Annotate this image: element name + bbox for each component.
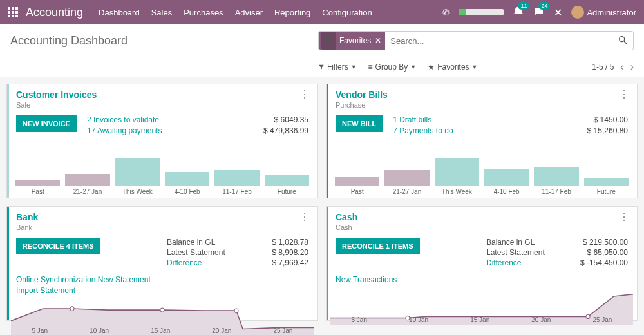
link-difference[interactable]: Difference (167, 258, 202, 267)
phone-icon[interactable]: ✆ (442, 8, 450, 17)
card-stripe (7, 207, 9, 320)
link-difference[interactable]: Difference (486, 258, 521, 267)
mail-badge: 11 (518, 2, 529, 10)
link-invoices-to-validate[interactable]: 2 Invoices to validate (87, 115, 162, 124)
card-subtitle: Purchase (336, 101, 388, 109)
stat-value: $ 8,998.20 (272, 248, 308, 257)
app-name[interactable]: Accounting (26, 6, 83, 19)
menu-reporting[interactable]: Reporting (274, 8, 310, 17)
user-name: Administrator (587, 8, 636, 17)
main-menu: Dashboard Sales Purchases Adviser Report… (99, 8, 372, 17)
card-vendor-bills: Vendor Bills Purchase ⋮ NEW BILL 1 Draft… (326, 84, 638, 198)
search-box[interactable]: Favorites ✕ (318, 31, 634, 50)
svg-line-1 (624, 41, 627, 44)
search-input[interactable] (385, 36, 612, 46)
new-invoice-button[interactable]: NEW INVOICE (16, 115, 77, 132)
bar-chart: Past21-27 JanThis Week4-10 Feb11-17 FebF… (327, 141, 637, 198)
link-new-transactions[interactable]: New Transactions (336, 275, 628, 284)
card-title[interactable]: Bank (16, 212, 38, 222)
menu-adviser[interactable]: Adviser (235, 8, 263, 17)
svg-point-4 (234, 309, 238, 312)
toolbar: Filters▼ ≡Group By▼ ★Favorites▼ 1-5 / 5 … (0, 57, 644, 77)
card-stripe (327, 207, 328, 320)
user-menu[interactable]: Administrator (571, 6, 636, 19)
menu-purchases[interactable]: Purchases (184, 8, 223, 17)
svg-point-2 (70, 307, 74, 311)
chat-badge: 24 (538, 2, 550, 10)
card-title[interactable]: Customer Invoices (16, 90, 97, 100)
facet-remove-icon[interactable]: ✕ (371, 36, 385, 45)
facet-label: Favorites (339, 36, 371, 45)
menu-sales[interactable]: Sales (151, 8, 173, 17)
topbar: Accounting Dashboard Sales Purchases Adv… (0, 0, 644, 24)
kebab-icon[interactable]: ⋮ (299, 90, 310, 100)
svg-point-3 (160, 308, 164, 312)
card-subtitle: Cash (336, 224, 357, 231)
page-title: Accounting Dashboard (10, 34, 128, 48)
pager-count: 1-5 / 5 (592, 62, 614, 72)
amount: $ 15,260.80 (587, 126, 628, 135)
card-bank: Bank Bank ⋮ RECONCILE 4 ITEMS Balance in… (6, 206, 318, 321)
stat-label: Latest Statement (486, 248, 545, 257)
menu-configuration[interactable]: Configuration (322, 8, 372, 17)
progress-bar[interactable] (459, 9, 504, 15)
avatar (571, 6, 584, 19)
link-import-statement[interactable]: Import Statement (16, 286, 308, 295)
close-icon[interactable]: ✕ (554, 6, 562, 19)
card-title[interactable]: Vendor Bills (336, 90, 388, 100)
pager-prev[interactable]: ‹ (620, 61, 623, 73)
apps-icon[interactable] (8, 7, 18, 17)
svg-point-0 (620, 36, 625, 41)
amount: $ 479,836.99 (263, 126, 308, 135)
amount: $ 6049.35 (263, 115, 308, 124)
link-payments-to-do[interactable]: 7 Payments to do (393, 126, 453, 135)
bar-chart: Past21-27 JanThis Week4-10 Feb11-17 FebF… (7, 141, 317, 198)
reconcile-button[interactable]: RECONCILE 4 ITEMS (16, 238, 100, 254)
dashboard: Customer Invoices Sale ⋮ NEW INVOICE 2 I… (0, 77, 644, 327)
menu-dashboard[interactable]: Dashboard (99, 8, 140, 17)
kebab-icon[interactable]: ⋮ (619, 212, 629, 222)
favorites-dropdown[interactable]: ★Favorites▼ (428, 62, 477, 72)
kebab-icon[interactable]: ⋮ (299, 212, 310, 222)
card-customer-invoices: Customer Invoices Sale ⋮ NEW INVOICE 2 I… (6, 84, 318, 198)
stat-value: $ 219,500.00 (583, 238, 628, 247)
stat-value: $ 1,028.78 (272, 238, 308, 247)
card-title[interactable]: Cash (336, 212, 357, 222)
subheader: Accounting Dashboard Favorites ✕ (0, 24, 644, 57)
pager: 1-5 / 5 ‹ › (592, 61, 634, 73)
line-chart: 5 Jan10 Jan15 Jan20 Jan25 Jan (11, 295, 314, 335)
pager-next[interactable]: › (630, 61, 634, 73)
stat-value: $ 65,050.00 (587, 248, 628, 257)
stat-value: $ -154,450.00 (580, 258, 628, 267)
reconcile-button[interactable]: RECONCILE 1 ITEMS (336, 238, 420, 254)
line-chart: 5 Jan10 Jan15 Jan20 Jan25 Jan (330, 284, 633, 325)
search-icon[interactable] (612, 35, 633, 47)
card-subtitle: Sale (16, 101, 97, 109)
funnel-icon (321, 32, 336, 50)
card-cash: Cash Cash ⋮ RECONCILE 1 ITEMS Balance in… (326, 206, 638, 321)
mail-icon[interactable]: 11 (513, 6, 524, 19)
search-facet: Favorites ✕ (319, 32, 385, 50)
amount: $ 1450.00 (587, 115, 628, 124)
stat-label: Balance in GL (486, 238, 535, 247)
kebab-icon[interactable]: ⋮ (619, 90, 629, 100)
filters-dropdown[interactable]: Filters▼ (318, 62, 357, 72)
stat-value: $ 7,969.42 (272, 258, 308, 267)
stat-label: Latest Statement (167, 248, 225, 257)
link-awaiting-payments[interactable]: 17 Awaiting payments (87, 126, 162, 135)
chat-icon[interactable]: 24 (533, 6, 545, 19)
link-draft-bills[interactable]: 1 Draft bills (393, 115, 453, 124)
groupby-dropdown[interactable]: ≡Group By▼ (368, 62, 417, 72)
new-bill-button[interactable]: NEW BILL (336, 115, 383, 132)
card-subtitle: Bank (16, 224, 38, 231)
stat-label: Balance in GL (167, 238, 215, 247)
link-online-sync[interactable]: Online Synchronization New Statement (16, 275, 308, 284)
